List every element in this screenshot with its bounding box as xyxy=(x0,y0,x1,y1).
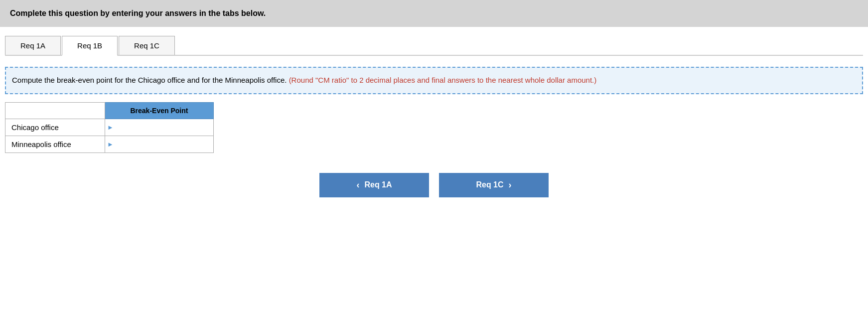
table-header-break-even: Break-Even Point xyxy=(105,102,214,119)
chicago-input-wrapper: ► xyxy=(107,122,213,133)
break-even-table: Break-Even Point Chicago office ► Minnea… xyxy=(5,102,214,153)
minneapolis-office-label: Minneapolis office xyxy=(5,136,105,153)
chicago-office-input-cell: ► xyxy=(105,119,214,136)
content-area: Compute the break-even point for the Chi… xyxy=(0,56,868,217)
minneapolis-office-input-cell: ► xyxy=(105,136,214,153)
minneapolis-arrow-icon: ► xyxy=(107,141,114,148)
chicago-arrow-icon: ► xyxy=(107,124,114,131)
prev-button[interactable]: ‹ Req 1A xyxy=(319,173,429,197)
table-header-empty xyxy=(5,102,105,119)
table-row: Minneapolis office ► xyxy=(5,136,214,153)
tabs-container: Req 1A Req 1B Req 1C xyxy=(5,36,863,56)
instruction-red-text: (Round "CM ratio" to 2 decimal places an… xyxy=(289,76,597,84)
next-button[interactable]: Req 1C › xyxy=(439,173,549,197)
next-chevron-icon: › xyxy=(509,180,512,190)
page-header: Complete this question by entering your … xyxy=(0,0,868,27)
nav-buttons: ‹ Req 1A Req 1C › xyxy=(5,173,863,212)
next-button-label: Req 1C xyxy=(476,180,503,189)
table-row: Chicago office ► xyxy=(5,119,214,136)
chicago-office-input[interactable] xyxy=(115,122,213,133)
prev-chevron-icon: ‹ xyxy=(356,180,359,190)
instruction-main-text: Compute the break-even point for the Chi… xyxy=(12,76,289,84)
chicago-office-label: Chicago office xyxy=(5,119,105,136)
header-text: Complete this question by entering your … xyxy=(10,9,266,17)
tab-req1b[interactable]: Req 1B xyxy=(62,36,118,56)
minneapolis-input-wrapper: ► xyxy=(107,139,213,150)
minneapolis-office-input[interactable] xyxy=(115,139,213,150)
prev-button-label: Req 1A xyxy=(364,180,392,189)
tab-req1a[interactable]: Req 1A xyxy=(5,36,61,55)
tab-req1c[interactable]: Req 1C xyxy=(119,36,175,55)
instruction-box: Compute the break-even point for the Chi… xyxy=(5,67,863,94)
